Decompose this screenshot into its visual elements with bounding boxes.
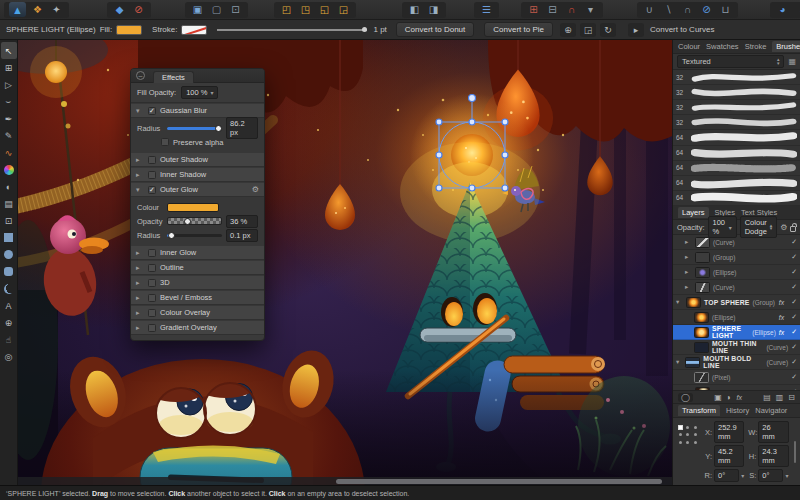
visibility-checkbox[interactable]: ✓ (791, 253, 797, 261)
brush-view-icon[interactable]: ▦ (788, 57, 796, 66)
move-to-back-icon[interactable]: ◲ (336, 3, 351, 17)
fx-icon[interactable]: fx (779, 329, 784, 336)
visibility-checkbox[interactable]: ✓ (791, 298, 797, 306)
width-field[interactable]: W:26 mm (748, 421, 788, 443)
gaussian-radius-value[interactable]: 86.2 px (226, 117, 258, 139)
effect-row-colour-overlay[interactable]: ▸ Colour Overlay (131, 305, 264, 320)
rotate-selection-icon[interactable]: ↻ (600, 23, 616, 37)
disclosure-icon[interactable]: ▸ (136, 279, 144, 287)
insert-behind-icon[interactable]: ◨ (426, 3, 441, 17)
transform-origin-icon[interactable]: ⊕ (560, 23, 576, 37)
brush-item[interactable]: 32 (673, 85, 800, 100)
text-tool-icon[interactable]: A (1, 297, 17, 314)
effect-row-gaussian-blur[interactable]: ▾ ✓ Gaussian Blur (131, 103, 264, 118)
visibility-checkbox[interactable]: ✓ (791, 283, 797, 291)
snap-gaps-icon[interactable]: ⊟ (545, 3, 560, 17)
affinity-designer-logo[interactable]: ▲ (9, 2, 26, 17)
outer-glow-opacity-value[interactable]: 36 % (226, 215, 258, 228)
snap-bounds-icon[interactable]: ⊞ (526, 3, 541, 17)
layer-row-ellipse-2[interactable]: (Ellipse) fx ✓ (673, 310, 800, 325)
fx-icon[interactable]: fx (779, 314, 784, 321)
convert-to-pie-button[interactable]: Convert to Pie (484, 22, 553, 37)
boolean-add-icon[interactable]: ∪ (642, 3, 657, 17)
move-tool-icon[interactable]: ↖ (1, 42, 17, 59)
delete-layer-icon[interactable]: ⊟ (788, 393, 795, 402)
gear-icon[interactable]: ⚙ (252, 185, 259, 194)
corner-tool-icon[interactable]: ⌣ (1, 93, 17, 110)
brush-item[interactable]: 64 (673, 161, 800, 176)
disclosure-icon[interactable]: ▾ (676, 298, 683, 306)
effect-row-gradient-overlay[interactable]: ▸ Gradient Overlay (131, 320, 264, 335)
layer-row-curve-1[interactable]: ▸ (Curve) ✓ (673, 235, 800, 250)
duplicate-icon[interactable]: ◧ (407, 3, 422, 17)
y-field[interactable]: Y:45.2 mm (704, 445, 744, 467)
fx-icon[interactable]: fx (779, 299, 784, 306)
aspect-lock-icon[interactable] (794, 441, 797, 463)
ellipse-tool-icon[interactable] (1, 246, 17, 263)
gaussian-radius-slider[interactable] (167, 124, 222, 132)
move-to-front-icon[interactable]: ◰ (279, 3, 294, 17)
crescent-tool-icon[interactable] (1, 280, 17, 297)
disclosure-icon[interactable]: ▸ (136, 171, 144, 179)
new-pixel-layer-icon[interactable]: ▤ (763, 393, 771, 402)
stroke-swatch[interactable] (181, 25, 207, 35)
boolean-subtract-icon[interactable]: ∖ (661, 3, 676, 17)
brush-item[interactable]: 64 (673, 176, 800, 191)
outer-glow-checkbox[interactable]: ✓ (148, 186, 156, 194)
mask-layer-icon[interactable]: ▣ (714, 393, 722, 402)
visibility-checkbox[interactable]: ✓ (791, 343, 797, 351)
disclosure-icon[interactable]: ▸ (685, 268, 692, 276)
visibility-checkbox[interactable]: ✓ (791, 358, 797, 366)
effect-row-inner-shadow[interactable]: ▸ Inner Shadow (131, 167, 264, 182)
visibility-checkbox[interactable]: ✓ (791, 238, 797, 246)
canvas-artwork[interactable] (18, 40, 672, 485)
pixel-persona-icon[interactable]: ❖ (30, 3, 45, 17)
close-icon[interactable]: – (136, 71, 145, 80)
layer-row-group-1[interactable]: ▸ (Group) ✓ (673, 250, 800, 265)
gear-icon[interactable]: ⚙ (780, 223, 787, 232)
disclosure-icon[interactable]: ▸ (136, 249, 144, 257)
colour-overlay-checkbox[interactable] (148, 309, 156, 317)
selection-box-icon[interactable]: ▣ (190, 3, 205, 17)
selection-outline-icon[interactable]: ▢ (209, 3, 224, 17)
effect-row-inner-glow[interactable]: ▸ Inner Glow (131, 245, 264, 260)
visibility-checkbox[interactable]: ✓ (791, 328, 797, 336)
outline-checkbox[interactable] (148, 264, 156, 272)
outer-shadow-checkbox[interactable] (148, 156, 156, 164)
disclosure-icon[interactable]: ▸ (136, 324, 144, 332)
tab-layers[interactable]: Layers (678, 207, 709, 218)
brush-item[interactable]: 32 (673, 115, 800, 130)
x-field[interactable]: X:252.9 mm (704, 421, 744, 443)
snapping-options-caret[interactable]: ▾ (583, 3, 598, 17)
gradient-overlay-checkbox[interactable] (148, 324, 156, 332)
outer-glow-opacity-slider[interactable] (167, 217, 222, 225)
visibility-checkbox[interactable]: ✓ (791, 373, 797, 381)
layer-row-sphere-light[interactable]: SPHERE LIGHT (Ellipse) fx ✓ (673, 325, 800, 340)
colour-picker-tool-icon[interactable]: ⊕ (1, 314, 17, 331)
layer-row-mouth-thin-line[interactable]: MOUTH THIN LINE (Curve) ✓ (673, 340, 800, 355)
boolean-combine-icon[interactable]: ⊔ (718, 3, 733, 17)
pen-tool-icon[interactable]: ✒ (1, 110, 17, 127)
transparency-tool-icon[interactable]: ◐ (1, 178, 17, 195)
canvas[interactable] (18, 40, 672, 485)
geometry-subtract-icon[interactable]: ◔ (794, 3, 800, 17)
adjustment-layer-icon[interactable]: ◗ (727, 393, 732, 402)
layer-row-mouth-bold-line[interactable]: ▾ MOUTH BOLD LINE (Curve) ✓ (673, 355, 800, 370)
layer-row-curve-2[interactable]: ▸ (Curve) ✓ (673, 280, 800, 295)
alignment-icon[interactable]: ☰ (479, 3, 494, 17)
effect-row-outer-shadow[interactable]: ▸ Outer Shadow (131, 152, 264, 167)
tab-swatches[interactable]: Swatches (706, 42, 739, 51)
visibility-checkbox[interactable]: ✓ (791, 268, 797, 276)
artboard-tool-icon[interactable]: ⊞ (1, 59, 17, 76)
transform-mode-icon[interactable]: ⊡ (228, 3, 243, 17)
inner-glow-checkbox[interactable] (148, 249, 156, 257)
tab-colour[interactable]: Colour (678, 42, 700, 51)
outer-glow-colour-swatch[interactable] (167, 203, 219, 212)
boolean-divide-icon[interactable]: ⊘ (699, 3, 714, 17)
disclosure-icon[interactable]: ▸ (136, 264, 144, 272)
disclosure-icon[interactable]: ▸ (685, 283, 692, 291)
fill-swatch[interactable] (116, 25, 142, 35)
colour-wheel-icon[interactable] (1, 161, 17, 178)
effect-row-bevel-emboss[interactable]: ▸ Bevel / Emboss (131, 290, 264, 305)
outer-glow-radius-value[interactable]: 0.1 px (226, 229, 258, 242)
